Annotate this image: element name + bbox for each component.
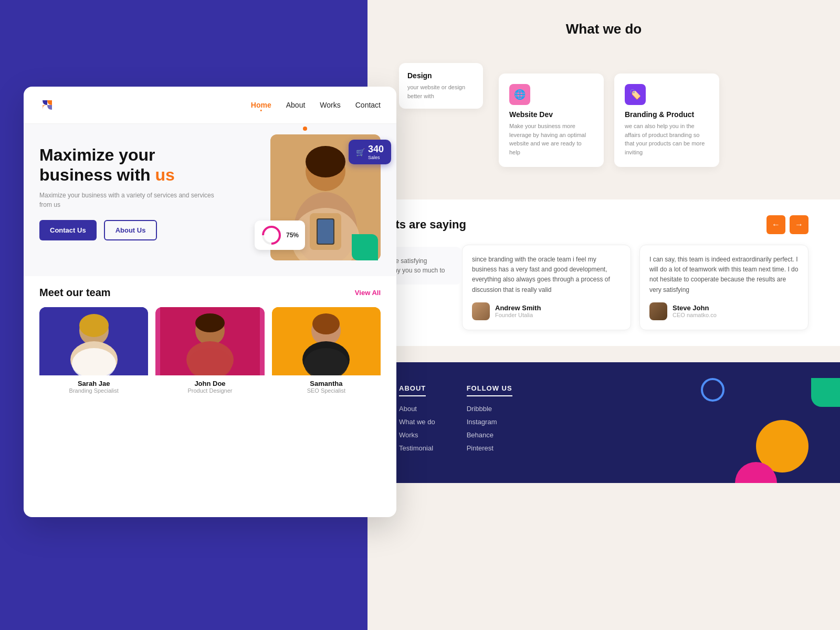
svg-point-23 (312, 313, 340, 334)
team-card-sarah: Sarah Jae Branding Specialist (39, 307, 148, 396)
footer-about-col: ABOUT About What we do Works Testimonial (399, 383, 435, 457)
team-info-samantha: Samantha SEO Specialist (272, 375, 381, 396)
author-role-1: Founder Utalia (495, 312, 541, 318)
service-card-branding: 🏷️ Branding & Product we can also help y… (614, 74, 719, 167)
testimonials-header: nts are saying ← → (388, 215, 808, 234)
branding-title: Branding & Product (625, 110, 709, 119)
team-card-samantha: Samantha SEO Specialist (272, 307, 381, 396)
nav-links: Home About Works Contact (251, 101, 381, 109)
team-img-john (155, 307, 264, 375)
svg-point-2 (306, 146, 345, 177)
team-role-samantha: SEO Specialist (272, 387, 381, 394)
logo (39, 97, 55, 113)
branding-desc: we can also help you in the affairs of p… (625, 122, 709, 156)
hero-text: Maximize your business with us Maximize … (39, 140, 218, 240)
team-name-samantha: Samantha (272, 380, 381, 387)
footer-link-works[interactable]: Works (399, 431, 435, 439)
svg-rect-7 (318, 219, 333, 244)
bg-top-left-accent (0, 0, 289, 87)
arrow-right-btn[interactable]: → (790, 215, 808, 234)
progress-value: 75% (286, 232, 299, 239)
team-grid: Sarah Jae Branding Specialist (39, 307, 381, 396)
green-corner-shape (352, 234, 378, 260)
main-nav: Home About Works Contact (24, 87, 396, 124)
footer-follow-title: FOLLOW US (467, 384, 512, 396)
main-card: Home About Works Contact Maximize your b… (24, 87, 396, 517)
what-we-do-title: What we do (399, 21, 808, 37)
what-we-do-section: What we do Design your website or design… (368, 0, 840, 64)
team-card-john: John Doe Product Designer (155, 307, 264, 396)
footer-link-pinterest[interactable]: Pinterest (467, 444, 512, 452)
footer-link-testimonial[interactable]: Testimonial (399, 444, 435, 452)
footer-about-title: ABOUT (399, 384, 426, 396)
partial-service-card: Design your website or design better wit… (399, 63, 483, 109)
hero-buttons: Contact Us About Us (39, 220, 218, 240)
partial-service-title: Design (407, 71, 475, 80)
testimonials-row: since branding with the oracle team i fe… (462, 245, 808, 330)
service-card-website-dev: 🌐 Website Dev Make your business more le… (499, 74, 604, 167)
website-dev-title: Website Dev (509, 110, 593, 119)
author-avatar-1 (472, 302, 490, 320)
partial-service-desc: your website or design better with (407, 83, 475, 100)
author-info-1: Andrew Smith Founder Utalia (495, 304, 541, 318)
svg-point-18 (195, 313, 225, 332)
view-all-link[interactable]: View All (355, 289, 381, 297)
contact-us-button[interactable]: Contact Us (39, 220, 97, 240)
footer-columns: ABOUT About What we do Works Testimonial… (399, 383, 808, 457)
footer-link-what-we-do[interactable]: What we do (399, 418, 435, 426)
team-section-header: Meet our team View All (39, 287, 381, 299)
author-name-1: Andrew Smith (495, 304, 541, 312)
testimonial-card-2: I can say, this team is indeed extraordi… (639, 245, 808, 330)
team-img-samantha (272, 307, 381, 375)
deco-circle-outline (701, 378, 724, 402)
team-name-john: John Doe (155, 380, 264, 387)
svg-point-13 (79, 314, 109, 337)
hero-subtitle: Maximize your business with a variety of… (39, 191, 218, 209)
branding-icon: 🏷️ (625, 84, 646, 105)
nav-contact[interactable]: Contact (355, 101, 381, 109)
footer-link-dribbble[interactable]: Dribbble (467, 405, 512, 413)
testimonial-text-1: since branding with the oracle team i fe… (472, 255, 621, 295)
testimonial-card-1: since branding with the oracle team i fe… (462, 245, 631, 330)
website-dev-icon: 🌐 (509, 84, 530, 105)
testimonials-section: nts are saying ← → work on the satisfyin… (357, 200, 840, 346)
hero-title: Maximize your business with us (39, 145, 218, 185)
website-dev-desc: Make your business more leverage by havi… (509, 122, 593, 156)
team-role-sarah: Branding Specialist (39, 387, 148, 394)
team-info-sarah: Sarah Jae Branding Specialist (39, 375, 148, 396)
about-us-button[interactable]: About Us (104, 220, 158, 240)
testimonial-author-1: Andrew Smith Founder Utalia (472, 302, 621, 320)
testimonial-author-2: Steve John CEO namatko.co (649, 302, 799, 320)
progress-badge: 75% (255, 220, 305, 250)
team-role-john: Product Designer (155, 387, 264, 394)
testimonials-title: nts are saying (388, 218, 466, 232)
hero-section: Maximize your business with us Maximize … (24, 124, 396, 276)
progress-circle-chart (261, 225, 282, 246)
author-role-2: CEO namatko.co (673, 312, 717, 318)
team-info-john: John Doe Product Designer (155, 375, 264, 396)
footer-link-behance[interactable]: Behance (467, 431, 512, 439)
team-img-sarah (39, 307, 148, 375)
testimonial-text-2: I can say, this team is indeed extraordi… (649, 255, 799, 295)
services-row: 🌐 Website Dev Make your business more le… (499, 74, 719, 167)
nav-about[interactable]: About (286, 101, 306, 109)
team-name-sarah: Sarah Jae (39, 380, 148, 387)
hero-image-area: 🛒 340 Sales 75% (260, 129, 386, 266)
team-section: Meet our team View All (24, 276, 396, 406)
testimonials-nav: ← → (766, 215, 808, 234)
deco-green-corner (811, 378, 840, 407)
footer-section: ABOUT About What we do Works Testimonial… (368, 362, 840, 483)
nav-home[interactable]: Home (251, 101, 271, 109)
logo-icon (39, 97, 55, 113)
team-section-title: Meet our team (39, 287, 111, 299)
author-avatar-2 (649, 302, 667, 320)
footer-link-instagram[interactable]: Instagram (467, 418, 512, 426)
footer-follow-col: FOLLOW US Dribbble Instagram Behance Pin… (467, 383, 512, 457)
sales-badge: 🛒 340 Sales (349, 140, 391, 164)
footer-link-about[interactable]: About (399, 405, 435, 413)
arrow-left-btn[interactable]: ← (766, 215, 785, 234)
author-info-2: Steve John CEO namatko.co (673, 304, 717, 318)
sales-info: 340 Sales (368, 144, 384, 160)
cart-icon: 🛒 (356, 148, 365, 156)
nav-works[interactable]: Works (320, 101, 340, 109)
